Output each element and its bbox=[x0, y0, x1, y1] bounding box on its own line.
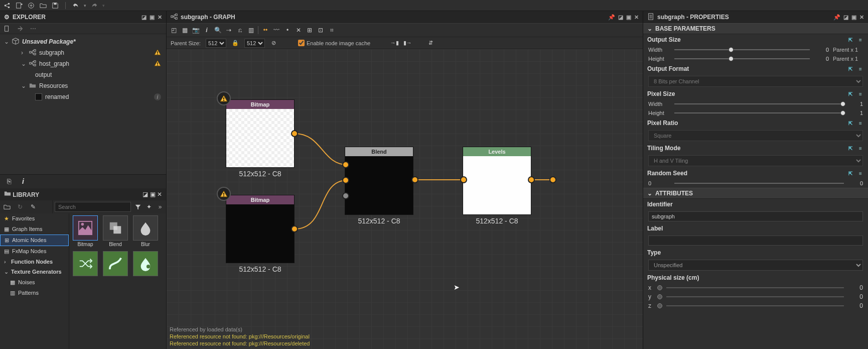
lib-cat-texgen[interactable]: ⌄Texture Generators bbox=[0, 267, 69, 277]
search-input[interactable] bbox=[55, 202, 131, 212]
in-icon[interactable]: →▮ bbox=[390, 39, 398, 47]
star-add-icon[interactable]: ✦ bbox=[145, 203, 153, 211]
lib-cat-patterns[interactable]: ▥Patterns bbox=[0, 288, 69, 298]
pixel-ratio-select[interactable]: Square bbox=[648, 130, 863, 141]
inherit-icon[interactable]: ⇱ bbox=[847, 65, 854, 72]
chevron-down-icon[interactable]: ⌄ bbox=[21, 82, 26, 89]
lib-tile-blur[interactable]: Blur bbox=[131, 215, 160, 247]
size-a-select[interactable]: 512 bbox=[206, 39, 226, 48]
port-in[interactable] bbox=[342, 177, 349, 184]
size-b-select[interactable]: 512 bbox=[244, 39, 265, 48]
graph-canvas[interactable]: Bitmap 512x512 - C8 Bitmap 512x512 - C8 … bbox=[167, 49, 643, 349]
menu-icon[interactable]: ≡ bbox=[857, 65, 864, 72]
tree-item-output[interactable]: output bbox=[0, 69, 166, 80]
lib-tile-shuffle[interactable] bbox=[71, 251, 99, 276]
menu-icon[interactable]: ≡ bbox=[857, 170, 864, 177]
filter-icon[interactable] bbox=[134, 203, 142, 211]
node-bitmap-2[interactable]: Bitmap bbox=[226, 195, 295, 263]
close-icon[interactable]: ✕ bbox=[157, 191, 162, 198]
lib-tile-blend[interactable]: Blend bbox=[101, 215, 129, 247]
node-bitmap-1[interactable]: Bitmap bbox=[226, 99, 295, 168]
inherit-icon[interactable]: ⇱ bbox=[847, 90, 854, 97]
chevron-right-icon[interactable]: › bbox=[21, 49, 26, 56]
port-out[interactable] bbox=[528, 176, 535, 183]
prop-phys-y[interactable]: y0 bbox=[643, 292, 868, 301]
snap-icon[interactable]: ⊡ bbox=[317, 26, 325, 34]
folder-add-icon[interactable] bbox=[3, 203, 11, 211]
lib-tile-hsl[interactable] bbox=[131, 251, 160, 276]
undo-icon[interactable] bbox=[72, 2, 80, 10]
lock-icon[interactable]: 🔒 bbox=[231, 39, 239, 47]
open-icon[interactable] bbox=[39, 2, 47, 10]
port-in[interactable] bbox=[460, 176, 467, 183]
dock-icon[interactable]: ◪ bbox=[142, 191, 148, 198]
inherit-icon[interactable]: ⇱ bbox=[847, 170, 854, 177]
info-icon[interactable]: i bbox=[203, 26, 211, 34]
port-in[interactable] bbox=[342, 161, 349, 168]
prop-pixel-width[interactable]: Width 1 bbox=[643, 99, 868, 108]
info-i-icon[interactable]: i bbox=[22, 177, 24, 185]
port-out[interactable] bbox=[411, 176, 418, 183]
cross-icon[interactable]: ✕ bbox=[295, 26, 303, 34]
frame-icon[interactable]: ▦ bbox=[181, 26, 189, 34]
doc-icon[interactable] bbox=[3, 25, 11, 33]
node-levels[interactable]: Levels bbox=[463, 147, 531, 215]
dock-icon[interactable]: ◪ bbox=[843, 14, 848, 21]
prop-width[interactable]: Width 0 Parent x 1 bbox=[643, 45, 868, 54]
prop-phys-z[interactable]: z0 bbox=[643, 301, 868, 310]
edit-icon[interactable]: ✎ bbox=[29, 203, 37, 211]
export-icon[interactable] bbox=[16, 25, 24, 33]
add-pkg-icon[interactable] bbox=[27, 2, 35, 10]
close-icon[interactable]: ✕ bbox=[859, 14, 864, 21]
tree-item-subgraph[interactable]: › subgraph bbox=[0, 47, 166, 58]
save-icon[interactable] bbox=[51, 2, 59, 10]
more-icon[interactable]: » bbox=[156, 203, 164, 211]
inherit-icon[interactable]: ⇱ bbox=[847, 145, 854, 152]
new-icon[interactable] bbox=[15, 2, 23, 10]
more-icon[interactable]: ⋯ bbox=[29, 25, 37, 33]
tool-icon[interactable]: ⎘ bbox=[5, 177, 13, 185]
chevron-down-icon[interactable]: ⌄ bbox=[4, 38, 9, 45]
menu-icon[interactable]: ≡ bbox=[857, 90, 864, 97]
dock-icon[interactable]: ◪ bbox=[141, 14, 147, 21]
snapshot-icon[interactable]: 📷 bbox=[192, 26, 200, 34]
close-icon[interactable]: ✕ bbox=[634, 14, 639, 21]
maximize-icon[interactable]: ▣ bbox=[150, 14, 155, 21]
node-link-icon[interactable]: •• bbox=[261, 26, 269, 34]
output-format-select[interactable]: 8 Bits per Channel bbox=[648, 76, 863, 87]
menu-icon[interactable]: ≡ bbox=[857, 145, 864, 152]
grid-icon[interactable]: ⊞ bbox=[306, 26, 314, 34]
redo-icon[interactable] bbox=[90, 2, 98, 10]
menu-icon[interactable]: ≡ bbox=[857, 36, 864, 43]
out-icon[interactable]: ▮→ bbox=[403, 39, 411, 47]
port-in-mask[interactable] bbox=[342, 192, 349, 199]
lib-cat-function[interactable]: ›Function Nodes bbox=[0, 257, 69, 267]
link-icon[interactable]: ⇢ bbox=[225, 26, 233, 34]
dot-icon[interactable]: • bbox=[283, 26, 292, 34]
inherit-icon[interactable]: ⇱ bbox=[847, 120, 854, 127]
share-icon[interactable] bbox=[3, 2, 11, 10]
lib-tile-curve[interactable] bbox=[101, 251, 129, 276]
prop-seed[interactable]: 0 0 bbox=[643, 179, 868, 188]
chevron-down-icon[interactable]: ⌄ bbox=[21, 60, 26, 67]
zoom-icon[interactable]: 🔍 bbox=[214, 26, 222, 34]
lib-cat-noises[interactable]: ▩Noises bbox=[0, 277, 69, 288]
maximize-icon[interactable]: ▣ bbox=[150, 191, 156, 198]
maximize-icon[interactable]: ▣ bbox=[851, 14, 856, 21]
tree-item-renamed[interactable]: renamed i bbox=[0, 91, 166, 102]
prop-pixel-height[interactable]: Height 1 bbox=[643, 108, 868, 118]
inherit-icon[interactable]: ⇱ bbox=[847, 36, 854, 43]
gear-icon[interactable]: ⚙ bbox=[4, 14, 10, 21]
align-icon[interactable]: ▥ bbox=[247, 26, 255, 34]
reset-icon[interactable]: ⊘ bbox=[270, 39, 278, 47]
maximize-icon[interactable]: ▣ bbox=[626, 14, 631, 21]
lib-tile-bitmap[interactable]: Bitmap bbox=[71, 215, 99, 247]
curve-icon[interactable]: 〰 bbox=[272, 26, 280, 34]
tree-item-hostgraph[interactable]: ⌄ host_graph bbox=[0, 58, 166, 69]
hierarchy-icon[interactable]: ⇵ bbox=[426, 39, 435, 47]
lib-cat-graphitems[interactable]: ▦Graph Items bbox=[0, 224, 69, 235]
tree-item-resources[interactable]: ⌄ Resources bbox=[0, 80, 166, 91]
dock-icon[interactable]: ◪ bbox=[618, 14, 623, 21]
port-out[interactable] bbox=[291, 130, 298, 137]
prop-phys-x[interactable]: x0 bbox=[643, 283, 868, 292]
